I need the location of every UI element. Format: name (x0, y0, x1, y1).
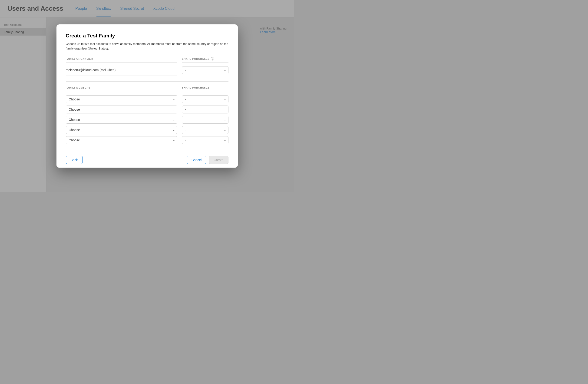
family-organizer-section: FAMILY ORGANIZER SHARE PURCHASES ? meich… (66, 57, 229, 76)
member-2-share-wrapper: - ⌄ (182, 106, 229, 113)
back-button[interactable]: Back (66, 156, 83, 164)
member-2-select[interactable]: Choose (66, 106, 177, 113)
modal-title: Create a Test Family (66, 33, 229, 39)
organizer-row: meichen3@icloud.com (Mei Chen) - ⌄ (66, 64, 229, 76)
organizer-share-dropdown-wrapper: - ⌄ (182, 64, 229, 76)
share-purchases-members-header: SHARE PURCHASES (182, 86, 229, 91)
create-button[interactable]: Create (209, 156, 228, 164)
member-row-3: Choose ⌄ - ⌄ (66, 116, 229, 124)
member-3-share-wrapper: - ⌄ (182, 116, 229, 124)
modal: Create a Test Family Choose up to five t… (57, 24, 238, 168)
modal-overlay: Create a Test Family Choose up to five t… (0, 0, 294, 192)
member-row-1: Choose ⌄ - ⌄ (66, 95, 229, 103)
organizer-email: meichen3@icloud.com (Mei Chen) (66, 64, 177, 76)
share-purchases-header-organizer: SHARE PURCHASES ? (182, 57, 229, 63)
modal-body: Create a Test Family Choose up to five t… (57, 24, 238, 152)
organizer-share-select[interactable]: - (182, 66, 229, 74)
member-row-5: Choose ⌄ - ⌄ (66, 136, 229, 144)
organizer-share-select-wrapper: - ⌄ (182, 66, 229, 74)
member-4-select[interactable]: Choose (66, 126, 177, 134)
member-5-select[interactable]: Choose (66, 136, 177, 144)
member-2-select-wrapper: Choose ⌄ (66, 106, 177, 113)
modal-description: Choose up to five test accounts to serve… (66, 42, 229, 51)
member-row-2: Choose ⌄ - ⌄ (66, 106, 229, 113)
footer-right-actions: Cancel Create (187, 156, 229, 164)
member-1-select-wrapper: Choose ⌄ (66, 95, 177, 103)
member-5-share-select[interactable]: - (182, 136, 229, 144)
section-divider (66, 81, 229, 82)
modal-footer: Back Cancel Create (57, 152, 238, 168)
share-purchases-help-icon[interactable]: ? (211, 57, 214, 61)
member-1-select[interactable]: Choose (66, 95, 177, 103)
member-4-share-select[interactable]: - (182, 126, 229, 134)
member-4-select-wrapper: Choose ⌄ (66, 126, 177, 134)
member-3-share-select[interactable]: - (182, 116, 229, 124)
member-2-share-select[interactable]: - (182, 106, 229, 113)
family-members-section: FAMILY MEMBERS SHARE PURCHASES Choose ⌄ (66, 86, 229, 144)
member-1-share-select[interactable]: - (182, 95, 229, 103)
member-1-share-wrapper: - ⌄ (182, 95, 229, 103)
cancel-button[interactable]: Cancel (187, 156, 207, 164)
member-5-select-wrapper: Choose ⌄ (66, 136, 177, 144)
members-headers: FAMILY MEMBERS SHARE PURCHASES (66, 86, 229, 93)
member-3-select[interactable]: Choose (66, 116, 177, 124)
member-row-4: Choose ⌄ - ⌄ (66, 126, 229, 134)
member-3-select-wrapper: Choose ⌄ (66, 116, 177, 124)
organizer-headers: FAMILY ORGANIZER SHARE PURCHASES ? (66, 57, 229, 64)
family-organizer-header: FAMILY ORGANIZER (66, 57, 177, 63)
member-5-share-wrapper: - ⌄ (182, 136, 229, 144)
member-4-share-wrapper: - ⌄ (182, 126, 229, 134)
family-members-header: FAMILY MEMBERS (66, 86, 177, 91)
